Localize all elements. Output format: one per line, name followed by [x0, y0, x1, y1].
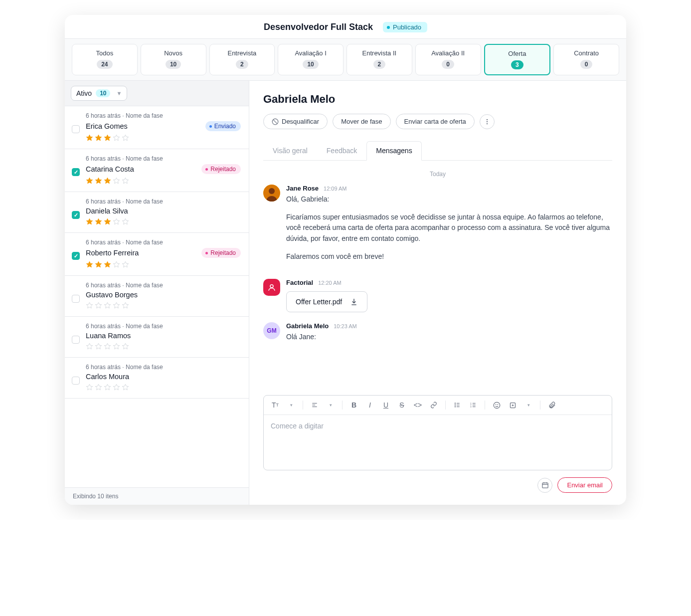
star-icon[interactable]: [104, 384, 111, 391]
star-icon[interactable]: [95, 134, 102, 142]
star-icon[interactable]: [104, 134, 111, 142]
star-icon[interactable]: [95, 302, 102, 309]
stage-tab[interactable]: Novos 10: [141, 44, 206, 75]
detail-tab[interactable]: Visão geral: [263, 141, 317, 160]
star-icon[interactable]: [86, 384, 93, 391]
star-icon[interactable]: [122, 261, 129, 268]
chevron-down-icon[interactable]: ▾: [522, 399, 535, 411]
candidate-row[interactable]: 6 horas atrás · Nome da fase Roberto Fer…: [65, 233, 249, 276]
candidate-row[interactable]: 6 horas atrás · Nome da fase Erica Gomes…: [65, 106, 249, 149]
calendar-icon: [541, 481, 549, 489]
filter-select[interactable]: Ativo 10 ▼: [71, 86, 127, 101]
header: Desenvolvedor Full Stack Publicado: [65, 15, 626, 39]
chevron-down-icon[interactable]: ▾: [285, 399, 298, 411]
svg-text:3: 3: [470, 406, 472, 408]
align-button[interactable]: [308, 399, 321, 411]
bold-button[interactable]: B: [347, 399, 360, 411]
disqualify-button[interactable]: Desqualificar: [263, 114, 328, 129]
star-icon[interactable]: [95, 384, 102, 391]
send-row: Enviar email: [263, 477, 612, 493]
star-icon[interactable]: [122, 384, 129, 391]
star-icon[interactable]: [86, 134, 93, 142]
star-icon[interactable]: [95, 218, 102, 225]
underline-button[interactable]: U: [379, 399, 392, 411]
code-button[interactable]: <>: [411, 399, 424, 411]
bullet-list-button[interactable]: [451, 399, 464, 411]
text-format-button[interactable]: TT: [269, 399, 282, 411]
star-icon[interactable]: [122, 343, 129, 350]
stage-tab[interactable]: Entrevista II 2: [346, 44, 412, 75]
stage-tab[interactable]: Todos 24: [72, 44, 138, 75]
message: GM Gabriela Melo 10:23 AM Olá Jane:: [263, 322, 612, 350]
star-icon[interactable]: [113, 384, 120, 391]
star-icon[interactable]: [86, 218, 93, 225]
star-icon[interactable]: [104, 177, 111, 185]
star-icon[interactable]: [104, 261, 111, 268]
send-email-button[interactable]: Enviar email: [557, 477, 612, 493]
star-icon[interactable]: [113, 177, 120, 185]
candidate-checkbox[interactable]: [72, 336, 80, 344]
star-icon[interactable]: [113, 343, 120, 350]
candidate-row[interactable]: 6 horas atrás · Nome da fase Daniela Sil…: [65, 192, 249, 233]
candidate-checkbox[interactable]: [72, 252, 80, 260]
star-icon[interactable]: [113, 261, 120, 268]
star-icon[interactable]: [86, 343, 93, 350]
candidate-checkbox[interactable]: [72, 168, 80, 176]
action-row: Desqualificar Mover de fase Enviar carta…: [263, 114, 612, 129]
star-icon[interactable]: [86, 302, 93, 309]
star-icon[interactable]: [95, 177, 102, 185]
star-icon[interactable]: [104, 218, 111, 225]
star-icon[interactable]: [122, 177, 129, 185]
candidate-row[interactable]: 6 horas atrás · Nome da fase Catarina Co…: [65, 149, 249, 192]
send-offer-button[interactable]: Enviar carta de oferta: [396, 114, 475, 129]
candidate-name: Roberto Ferreira: [86, 249, 139, 257]
stage-tab[interactable]: Avaliação I 10: [278, 44, 344, 75]
candidate-checkbox[interactable]: [72, 377, 80, 385]
star-icon[interactable]: [122, 302, 129, 309]
candidate-row[interactable]: 6 horas atrás · Nome da fase Carlos Mour…: [65, 358, 249, 399]
star-icon[interactable]: [122, 218, 129, 225]
emoji-button[interactable]: [490, 399, 503, 411]
star-icon[interactable]: [86, 261, 93, 268]
stage-tab[interactable]: Contrato 0: [553, 44, 619, 75]
chevron-down-icon[interactable]: ▾: [324, 399, 337, 411]
message-time: 12:09 AM: [324, 186, 346, 192]
link-button[interactable]: [427, 399, 440, 411]
candidate-checkbox[interactable]: [72, 295, 80, 303]
more-actions-button[interactable]: [480, 114, 495, 129]
star-icon[interactable]: [104, 302, 111, 309]
star-icon[interactable]: [122, 134, 129, 142]
candidate-checkbox[interactable]: [72, 211, 80, 219]
svg-point-12: [455, 405, 455, 405]
svg-point-11: [455, 403, 455, 404]
candidate-checkbox[interactable]: [72, 125, 80, 133]
italic-button[interactable]: I: [363, 399, 376, 411]
candidate-name: Carlos Moura: [86, 373, 129, 381]
schedule-button[interactable]: [537, 478, 552, 493]
send-offer-label: Enviar carta de oferta: [404, 118, 466, 125]
strikethrough-button[interactable]: S: [395, 399, 408, 411]
candidate-row[interactable]: 6 horas atrás · Nome da fase Luana Ramos: [65, 317, 249, 358]
detail-tab[interactable]: Feedback: [317, 141, 366, 160]
stage-count: 3: [511, 60, 523, 69]
attach-button[interactable]: [545, 399, 558, 411]
star-icon[interactable]: [104, 343, 111, 350]
star-icon[interactable]: [113, 218, 120, 225]
numbered-list-button[interactable]: 123: [467, 399, 480, 411]
move-stage-button[interactable]: Mover de fase: [333, 114, 390, 129]
star-icon[interactable]: [95, 261, 102, 268]
candidate-detail: Gabriela Melo Desqualificar Mover de fas…: [249, 81, 626, 505]
star-icon[interactable]: [113, 134, 120, 142]
detail-tab[interactable]: Mensagens: [366, 141, 421, 161]
star-icon[interactable]: [86, 177, 93, 185]
stage-tab[interactable]: Avaliação II 0: [415, 44, 481, 75]
insert-button[interactable]: [506, 399, 519, 411]
star-icon[interactable]: [95, 343, 102, 350]
stage-count: 24: [97, 60, 112, 69]
stage-tab[interactable]: Entrevista 2: [209, 44, 275, 75]
compose-textarea[interactable]: Comece a digitar: [264, 415, 612, 470]
attachment[interactable]: Offer Letter.pdf: [286, 291, 367, 312]
star-icon[interactable]: [113, 302, 120, 309]
stage-tab[interactable]: Oferta 3: [484, 44, 551, 75]
candidate-row[interactable]: 6 horas atrás · Nome da fase Gustavo Bor…: [65, 276, 249, 317]
